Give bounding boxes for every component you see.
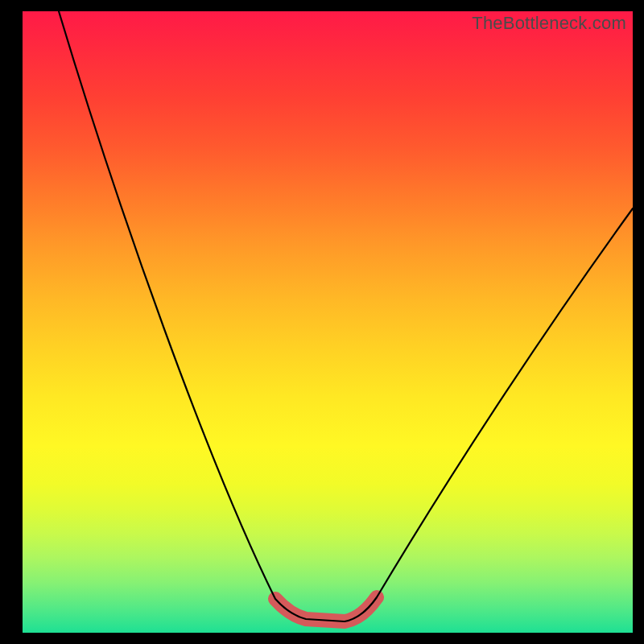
bottleneck-curve <box>23 11 633 633</box>
chart-stage: TheBottleneck.com <box>0 0 644 644</box>
curve-path <box>59 11 633 621</box>
plot-area: TheBottleneck.com <box>23 11 633 633</box>
optimal-region-highlight <box>275 597 377 621</box>
